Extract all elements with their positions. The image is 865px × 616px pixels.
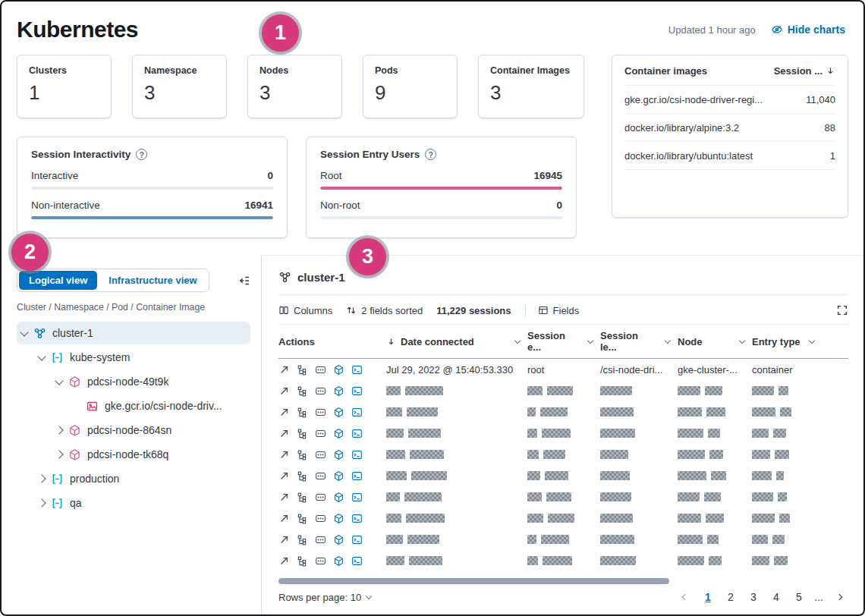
pagination-prev-button[interactable]: [675, 587, 694, 607]
collapse-tree-button[interactable]: [238, 275, 250, 287]
tree-expand-chevron[interactable]: [55, 450, 63, 458]
hide-charts-button[interactable]: Hide charts: [771, 24, 845, 36]
tree-expand-chevron[interactable]: [55, 426, 63, 434]
process-tree-icon[interactable]: [297, 534, 308, 545]
tree-item-kube-system[interactable]: kube-system: [17, 346, 250, 369]
more-actions-icon[interactable]: [315, 555, 326, 567]
session-count-sort-button[interactable]: Session ...: [774, 65, 835, 77]
terminal-icon[interactable]: [351, 555, 363, 567]
more-actions-icon[interactable]: [315, 534, 326, 545]
container-image-row[interactable]: docker.io/library/alpine:3.288: [624, 114, 835, 142]
open-session-viewer-icon[interactable]: [278, 513, 290, 524]
open-session-viewer-icon[interactable]: [278, 555, 290, 567]
terminal-icon[interactable]: [351, 407, 363, 418]
open-session-viewer-icon[interactable]: [278, 407, 290, 418]
container-image-row[interactable]: gke.gcr.io/csi-node-driver-regi...11,040: [624, 86, 835, 114]
pagination-page-1[interactable]: 1: [698, 587, 717, 607]
open-session-viewer-icon[interactable]: [278, 428, 290, 439]
more-actions-icon[interactable]: [315, 470, 326, 482]
container-icon[interactable]: [333, 428, 344, 439]
more-actions-icon[interactable]: [315, 364, 326, 376]
fullscreen-button[interactable]: [836, 304, 848, 316]
tree-item-pdcsi-node-tk68q[interactable]: pdcsi-node-tk68q: [17, 443, 250, 466]
container-icon[interactable]: [333, 364, 344, 376]
session-row-10[interactable]: [278, 550, 848, 571]
pagination-page-5[interactable]: 5: [789, 587, 808, 607]
container-icon[interactable]: [333, 385, 344, 397]
open-session-viewer-icon[interactable]: [278, 385, 290, 397]
terminal-icon[interactable]: [351, 449, 363, 460]
column-menu-chevron[interactable]: [809, 337, 815, 343]
pagination-next-button[interactable]: [829, 587, 848, 607]
terminal-icon[interactable]: [351, 385, 363, 397]
process-tree-icon[interactable]: [297, 364, 308, 376]
tree-expand-chevron[interactable]: [20, 328, 28, 336]
more-actions-icon[interactable]: [315, 407, 326, 418]
column-header-entry-type[interactable]: Entry type: [752, 331, 822, 353]
tree-expand-chevron[interactable]: [37, 498, 46, 507]
column-menu-chevron[interactable]: [514, 337, 521, 343]
terminal-icon[interactable]: [351, 513, 363, 524]
logical-view-button[interactable]: Logical view: [19, 271, 97, 290]
session-row-3[interactable]: [278, 401, 848, 423]
terminal-icon[interactable]: [351, 492, 363, 503]
tree-expand-chevron[interactable]: [37, 352, 46, 360]
process-tree-icon[interactable]: [297, 555, 308, 567]
process-tree-icon[interactable]: [297, 407, 308, 418]
column-header-node[interactable]: Node: [678, 331, 752, 353]
container-icon[interactable]: [333, 407, 344, 418]
container-icon[interactable]: [333, 513, 344, 524]
terminal-icon[interactable]: [351, 534, 363, 545]
column-menu-chevron[interactable]: [665, 337, 671, 343]
session-row-5[interactable]: [278, 444, 848, 465]
open-session-viewer-icon[interactable]: [278, 364, 290, 376]
column-header-session-le[interactable]: Session le...: [600, 325, 678, 358]
more-actions-icon[interactable]: [315, 449, 326, 460]
session-row-6[interactable]: [278, 465, 848, 486]
column-header-session-e[interactable]: Session e...: [527, 325, 600, 358]
tree-item-production[interactable]: production: [17, 467, 250, 490]
process-tree-icon[interactable]: [297, 470, 308, 482]
terminal-icon[interactable]: [351, 428, 363, 439]
infrastructure-view-button[interactable]: Infrastructure view: [99, 271, 206, 290]
container-icon[interactable]: [333, 470, 344, 482]
container-icon[interactable]: [333, 449, 344, 460]
more-actions-icon[interactable]: [315, 385, 326, 397]
more-actions-icon[interactable]: [315, 513, 326, 524]
container-icon[interactable]: [333, 492, 344, 503]
rows-per-page-button[interactable]: Rows per page: 10: [278, 592, 371, 603]
tree-expand-chevron[interactable]: [37, 474, 46, 482]
container-image-row[interactable]: docker.io/library/ubuntu:latest1: [624, 142, 835, 170]
open-session-viewer-icon[interactable]: [278, 470, 290, 482]
tree-expand-chevron[interactable]: [55, 376, 63, 385]
process-tree-icon[interactable]: [297, 428, 308, 439]
process-tree-icon[interactable]: [297, 513, 308, 524]
tree-item-qa[interactable]: qa: [17, 492, 250, 514]
open-session-viewer-icon[interactable]: [278, 449, 290, 460]
more-actions-icon[interactable]: [315, 428, 326, 439]
container-icon[interactable]: [333, 534, 344, 545]
help-icon[interactable]: ?: [136, 149, 147, 160]
session-row-8[interactable]: [278, 508, 848, 529]
session-row-9[interactable]: [278, 529, 848, 550]
column-header-date-connected[interactable]: Date connected: [386, 331, 527, 353]
pagination-page-2[interactable]: 2: [721, 587, 740, 607]
session-row-4[interactable]: [278, 423, 848, 444]
process-tree-icon[interactable]: [297, 449, 308, 460]
tree-item-cluster-1[interactable]: cluster-1: [17, 322, 250, 344]
session-row-2[interactable]: [278, 380, 848, 401]
process-tree-icon[interactable]: [297, 385, 308, 397]
help-icon[interactable]: ?: [425, 149, 436, 160]
columns-button[interactable]: Columns: [278, 305, 332, 316]
more-actions-icon[interactable]: [315, 492, 326, 503]
process-tree-icon[interactable]: [297, 492, 308, 503]
tree-item-pdcsi-node-49t9k[interactable]: pdcsi-node-49t9k: [17, 370, 250, 393]
tree-item-pdcsi-node-864sn[interactable]: pdcsi-node-864sn: [17, 419, 250, 442]
open-session-viewer-icon[interactable]: [278, 492, 290, 503]
pagination-page-3[interactable]: 3: [744, 587, 763, 607]
session-row-7[interactable]: [278, 486, 848, 508]
session-row-1[interactable]: Jul 29, 2022 @ 15:40:53.330root/csi-node…: [278, 359, 848, 380]
pagination-page-4[interactable]: 4: [766, 587, 785, 607]
column-menu-chevron[interactable]: [739, 337, 745, 343]
sort-fields-button[interactable]: 2 fields sorted: [346, 305, 423, 316]
